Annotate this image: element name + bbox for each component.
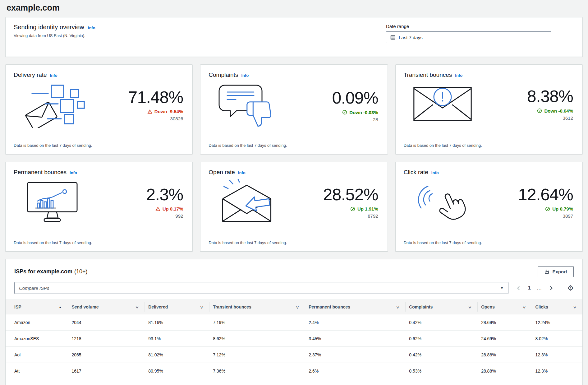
date-range-label: Date range: [386, 24, 551, 29]
metric-value: 0.09%: [286, 89, 378, 107]
sort-ascending-icon[interactable]: ▲: [59, 305, 62, 309]
click-rate-icon: [404, 179, 481, 225]
overview-text: Sending identity overview Info Viewing d…: [14, 24, 95, 49]
metric-value: 8.38%: [481, 87, 573, 105]
filter-icon[interactable]: ▽: [574, 305, 576, 309]
metric-footnote: Data is based on the last 7 days of send…: [209, 240, 379, 245]
export-button[interactable]: Export: [538, 266, 574, 277]
cell-clicks: 8.02%: [532, 331, 582, 347]
metric-info-link[interactable]: Info: [50, 73, 57, 78]
metric-title: Open rate: [209, 169, 235, 176]
table-settings-button[interactable]: ⚙: [567, 285, 574, 292]
cell-clicks: 12.3%: [532, 347, 582, 363]
complaints-icon: [209, 81, 286, 130]
metric-footnote: Data is based on the last 7 days of send…: [14, 143, 184, 148]
prev-page-button[interactable]: [515, 285, 522, 291]
overview-title: Sending identity overview: [14, 24, 84, 31]
filter-icon[interactable]: ▽: [469, 305, 471, 309]
isp-compare-select[interactable]: Compare ISPs ▼: [14, 282, 508, 294]
cell-permanent-bounces: 2.4%: [305, 314, 405, 331]
metric-info-link[interactable]: Info: [70, 170, 77, 175]
metric-card-permanent-bounces: Permanent bounces Info: [5, 162, 193, 252]
metric-count: 28: [286, 117, 378, 122]
page-ellipsis: ...: [537, 285, 542, 291]
date-range-input[interactable]: Last 7 days: [386, 31, 551, 43]
download-icon: [544, 269, 549, 274]
column-header-delivered[interactable]: Delivered▽: [145, 300, 209, 314]
metric-count: 992: [91, 213, 183, 219]
overview-subtitle: Viewing data from US East (N. Virginia).: [14, 33, 95, 38]
cell-complaints: 0.62%: [405, 331, 477, 347]
cell-transient-bounces: 7.19%: [209, 314, 305, 331]
metric-count: 8792: [286, 213, 378, 219]
cell-delivered: 80.95%: [145, 363, 209, 379]
isp-table-title-text: ISPs for example.com: [14, 268, 72, 275]
metric-card-delivery-rate: Delivery rate Info: [5, 64, 193, 154]
trend-label: Down -0.64%: [544, 108, 573, 114]
metric-value: 12.64%: [481, 186, 573, 203]
metric-value: 2.3%: [91, 186, 183, 203]
filter-icon[interactable]: ▽: [136, 305, 138, 309]
trend-label: Down -0.03%: [349, 110, 378, 115]
overview-card: Sending identity overview Info Viewing d…: [5, 17, 583, 57]
next-page-button[interactable]: [548, 285, 554, 291]
cell-complaints: 0.42%: [405, 347, 477, 363]
filter-icon[interactable]: ▽: [200, 305, 203, 309]
current-page[interactable]: 1: [528, 285, 531, 291]
filter-icon[interactable]: ▽: [296, 305, 299, 309]
trend-label: Up 0.17%: [163, 206, 183, 211]
cell-send-volume: 1617: [68, 363, 145, 379]
cell-isp: AmazonSES: [6, 331, 68, 347]
check-circle-icon: [342, 110, 347, 115]
trend-indicator: Down -0.03%: [286, 110, 378, 115]
metric-info-link[interactable]: Info: [238, 170, 246, 175]
overview-info-link[interactable]: Info: [88, 26, 95, 30]
metric-title: Delivery rate: [14, 72, 47, 78]
page-title: example.com: [5, 0, 583, 17]
permanent-bounces-icon: [14, 179, 91, 225]
cell-delivered: 93.1%: [145, 331, 209, 347]
table-row: Amazon 2044 81.16% 7.19% 2.4% 0.42% 28.6…: [6, 314, 582, 331]
open-rate-icon: [209, 179, 286, 225]
column-header-clicks[interactable]: Clicks▽: [532, 300, 582, 314]
isp-table-card: ISPs for example.com(10+) Export Compare…: [5, 259, 583, 385]
column-header-permanent-bounces[interactable]: Permanent bounces▽: [305, 300, 405, 314]
cell-opens: 28.88%: [477, 347, 531, 363]
transient-bounces-icon: [404, 81, 481, 127]
cell-opens: 28.69%: [477, 314, 531, 331]
metric-info-link[interactable]: Info: [431, 170, 439, 175]
isp-compare-placeholder: Compare ISPs: [19, 285, 49, 291]
cell-send-volume: 2044: [68, 314, 145, 331]
column-header-complaints[interactable]: Complaints▽: [405, 300, 477, 314]
check-circle-icon: [537, 108, 542, 113]
metric-value: 28.52%: [286, 186, 378, 203]
metric-footnote: Data is based on the last 7 days of send…: [209, 143, 379, 148]
column-header-isp[interactable]: ISP▲: [6, 300, 68, 314]
column-header-send-volume[interactable]: Send volume▽: [68, 300, 145, 314]
isp-table: ISP▲ Send volume▽ Delivered▽ Transient b…: [6, 299, 582, 379]
cell-opens: 28.88%: [477, 363, 531, 379]
cell-isp: Att: [6, 363, 68, 379]
cell-isp: Aol: [6, 347, 68, 363]
warning-triangle-icon: [155, 206, 160, 211]
column-header-opens[interactable]: Opens▽: [477, 300, 531, 314]
cell-delivered: 81.16%: [145, 314, 209, 331]
cell-isp: Amazon: [6, 314, 68, 331]
metric-info-link[interactable]: Info: [241, 73, 249, 78]
metric-count: 30826: [91, 116, 183, 121]
gear-icon: ⚙: [567, 284, 574, 292]
trend-indicator: Up 0.17%: [91, 206, 183, 211]
check-circle-icon: [350, 206, 355, 211]
filter-icon[interactable]: ▽: [523, 305, 525, 309]
filter-icon[interactable]: ▽: [397, 305, 399, 309]
cell-permanent-bounces: 2.6%: [305, 363, 405, 379]
cell-opens: 24.69%: [477, 331, 531, 347]
column-header-transient-bounces[interactable]: Transient bounces▽: [209, 300, 305, 314]
table-row: Aol 2065 81.02% 7.12% 2.37% 0.42% 28.88%…: [6, 347, 582, 363]
metric-info-link[interactable]: Info: [455, 73, 462, 78]
cell-transient-bounces: 7.12%: [209, 347, 305, 363]
isp-table-title: ISPs for example.com(10+): [14, 268, 88, 275]
cell-transient-bounces: 8.62%: [209, 331, 305, 347]
chevron-down-icon: ▼: [500, 286, 504, 290]
cell-complaints: 0.53%: [405, 363, 477, 379]
